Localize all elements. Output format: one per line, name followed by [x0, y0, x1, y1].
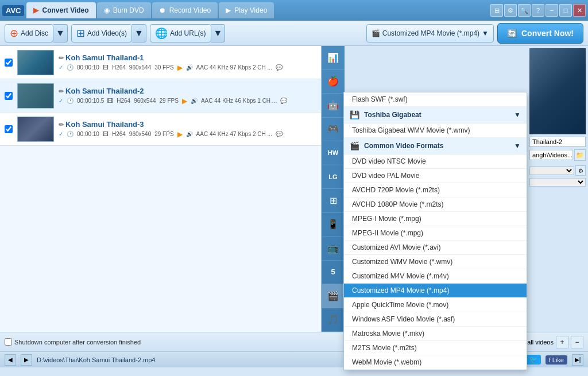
common-section-header[interactable]: 🎬 Common Video Formats ▼ — [344, 138, 527, 154]
burn-tab-icon: ◉ — [104, 6, 110, 14]
add-video-button[interactable]: ⊞ Add Video(s) — [71, 24, 132, 42]
avchd-720-item[interactable]: AVCHD 720P Movie (*.m2ts) — [344, 183, 527, 197]
toshiba-section-label: Toshiba Gigabeat — [364, 111, 421, 119]
add-disc-button[interactable]: ⊕ Add Disc — [5, 24, 53, 42]
check-icon-2: ✓ — [59, 98, 63, 104]
asf-item[interactable]: Windows ASF Video Movie (*.asf) — [344, 312, 527, 327]
add-url-dropdown[interactable]: ▼ — [211, 24, 226, 42]
avchd-1080-label: AVCHD 1080P Movie (*.m2ts) — [352, 200, 444, 208]
video-icon: ⊞ — [76, 27, 85, 40]
video-3-thumbnail — [17, 117, 54, 142]
video-2-checkbox[interactable] — [5, 92, 13, 100]
video-3-meta: ✓ 🕐 00:00:10 🎞 H264 960x540 29 FPS ▶ 🔊 A… — [59, 130, 316, 138]
mpeg1-item[interactable]: MPEG-I Movie (*.mpg) — [344, 212, 527, 226]
film-meta-icon-1: 🎞 — [103, 64, 109, 71]
dvd-ntsc-label: DVD video NTSC Movie — [352, 157, 426, 165]
arrow-icon-3: ▶ — [177, 130, 183, 138]
wmv-label: Customized WMV Movie (*.wmv) — [352, 258, 452, 266]
audio-select[interactable] — [529, 178, 586, 187]
avi-item[interactable]: Customized AVI Movie (*.avi) — [344, 241, 527, 255]
format-dropdown: Flash SWF (*.swf) 💾 Toshiba Gigabeat ▼ T… — [343, 92, 527, 370]
video-1-checkbox[interactable] — [5, 59, 13, 67]
tab-convert[interactable]: ▶ Convert Video — [26, 2, 95, 18]
sidebar-html5-icon[interactable]: 5 — [322, 261, 344, 285]
common-chevron-icon: ▼ — [514, 142, 521, 150]
webm-item[interactable]: WebM Movie (*.webm) — [344, 355, 527, 370]
toshiba-chevron-icon: ▼ — [514, 111, 521, 119]
edit-icon-1: ✏ — [59, 55, 65, 61]
mpeg2-item[interactable]: MPEG-II Movie (*.mpg) — [344, 226, 527, 241]
next-btn[interactable]: ▶ — [21, 354, 32, 366]
video-item-3[interactable]: ✏ Koh Samui Thailand-3 ✓ 🕐 00:00:10 🎞 H2… — [0, 113, 321, 146]
record-tab-label: Record Video — [169, 6, 211, 14]
panel-path-field: angh\Videos... 📁 — [529, 149, 586, 161]
close-btn[interactable]: ✕ — [573, 4, 586, 17]
sidebar-chart-icon[interactable]: 📊 — [322, 46, 344, 70]
tab-burn[interactable]: ◉ Burn DVD — [97, 2, 151, 18]
twitter-btn[interactable]: 🐦 — [526, 355, 541, 365]
convert-now-button[interactable]: 🔄 Convert Now! — [497, 23, 583, 44]
video-1-title: ✏ Koh Samui Thailand-1 — [59, 53, 316, 62]
video-item-1[interactable]: ✏ Koh Samui Thailand-1 ✓ 🕐 00:00:10 🎞 H2… — [0, 46, 321, 79]
sidebar-apple-icon[interactable]: 🍎 — [322, 70, 344, 94]
minimize-btn[interactable]: − — [546, 4, 558, 17]
quality-select[interactable] — [529, 166, 574, 175]
facebook-btn[interactable]: f Like — [546, 355, 567, 365]
shutdown-checkbox[interactable] — [5, 338, 12, 346]
flash-swf-item[interactable]: Flash SWF (*.swf) — [344, 92, 527, 107]
toshiba-wmv-item[interactable]: Toshiba Gigabeat WMV Movie (*.wmv) — [344, 123, 527, 138]
speaker-icon-1: 🔊 — [186, 64, 193, 71]
grid-btn[interactable]: ⊞ — [490, 4, 503, 17]
tab-record[interactable]: ⏺ Record Video — [152, 2, 218, 18]
help-btn[interactable]: ? — [532, 4, 544, 17]
dropdown-row-1: ⚙ — [529, 165, 586, 176]
right-panel: Thailand-2 angh\Videos... 📁 ⚙ — [527, 46, 588, 332]
wmv-item[interactable]: Customized WMV Movie (*.wmv) — [344, 255, 527, 269]
video-3-checkbox[interactable] — [5, 125, 13, 133]
add-profile-btn[interactable]: + — [556, 336, 568, 348]
video-item-2[interactable]: ✏ Koh Samui Thailand-2 ✓ 🕐 00:00:10.5 🎞 … — [0, 79, 321, 113]
msg-icon-3: 💬 — [276, 131, 283, 137]
sidebar-android-icon[interactable]: 🤖 — [322, 94, 344, 118]
sidebar-audio-icon[interactable]: 🎵 — [322, 308, 344, 332]
format-selector[interactable]: 🎬 Customized MP4 Movie (*.mp4) ▼ — [366, 24, 494, 42]
sidebar-huawei-icon[interactable]: HW — [322, 141, 344, 165]
panel-title-field: Thailand-2 — [529, 137, 586, 147]
panel-dropdowns: ⚙ — [529, 165, 586, 187]
avchd-1080-item[interactable]: AVCHD 1080P Movie (*.m2ts) — [344, 197, 527, 212]
search-btn[interactable]: 🔍 — [518, 4, 531, 17]
m4v-item[interactable]: Customized M4V Movie (*.m4v) — [344, 269, 527, 284]
add-disc-dropdown[interactable]: ▼ — [53, 24, 68, 42]
dvd-pal-item[interactable]: DVD video PAL Movie — [344, 169, 527, 183]
clock-icon-2: 🕐 — [67, 98, 74, 104]
msg-icon-1: 💬 — [276, 64, 283, 71]
add-video-dropdown[interactable]: ▼ — [132, 24, 146, 42]
tab-play[interactable]: ▶ Play Video — [219, 2, 274, 18]
prev-btn[interactable]: ◀ — [5, 354, 16, 366]
m2ts-item[interactable]: M2TS Movie (*.m2ts) — [344, 341, 527, 355]
settings-btn-1[interactable]: ⚙ — [575, 165, 586, 176]
video-1-info: ✏ Koh Samui Thailand-1 ✓ 🕐 00:00:10 🎞 H2… — [59, 53, 316, 72]
sidebar-tv-icon[interactable]: 📺 — [322, 237, 344, 261]
add-url-button[interactable]: 🌐 Add URL(s) — [150, 24, 211, 42]
mkv-item[interactable]: Matroska Movie (*.mkv) — [344, 327, 527, 341]
titlebar: AVC ▶ Convert Video ◉ Burn DVD ⏺ Record … — [0, 0, 588, 21]
mov-item[interactable]: Apple QuickTime Movie (*.mov) — [344, 298, 527, 312]
sidebar-windows-icon[interactable]: ⊞ — [322, 189, 344, 213]
avchd-720-label: AVCHD 720P Movie (*.m2ts) — [352, 186, 440, 194]
sidebar-gaming-icon[interactable]: 🎮 — [322, 118, 344, 142]
remove-profile-btn[interactable]: − — [571, 336, 583, 348]
mpeg1-label: MPEG-I Movie (*.mpg) — [352, 215, 421, 223]
dvd-ntsc-item[interactable]: DVD video NTSC Movie — [344, 154, 527, 169]
toshiba-section-header[interactable]: 💾 Toshiba Gigabeat ▼ — [344, 107, 527, 123]
sidebar-mobile-icon[interactable]: 📱 — [322, 213, 344, 237]
end-nav-btn[interactable]: ▶| — [572, 354, 583, 366]
twitter-icon: 🐦 — [529, 356, 537, 363]
browse-button[interactable]: 📁 — [574, 149, 586, 161]
maximize-btn[interactable]: □ — [559, 4, 572, 17]
mp4-item[interactable]: Customized MP4 Movie (*.mp4) — [344, 284, 527, 298]
sidebar-lg-icon[interactable]: LG — [322, 165, 344, 189]
convert-tab-icon: ▶ — [33, 6, 38, 14]
settings-btn[interactable]: ⚙ — [504, 4, 517, 17]
sidebar-video-icon[interactable]: 🎬 — [322, 284, 344, 308]
